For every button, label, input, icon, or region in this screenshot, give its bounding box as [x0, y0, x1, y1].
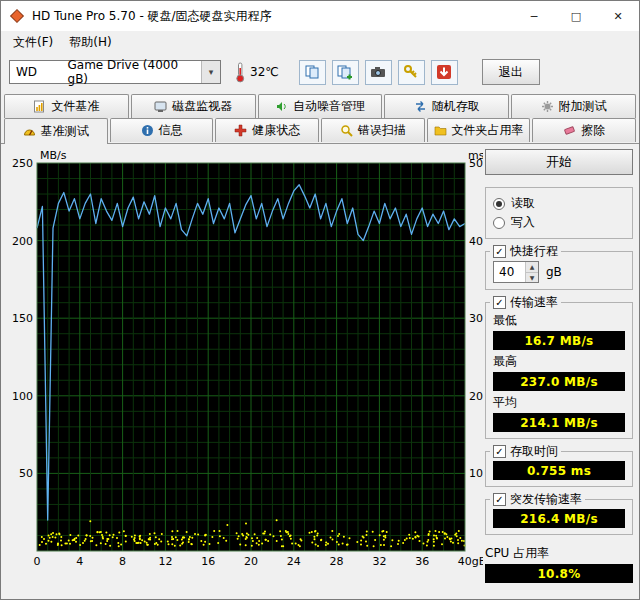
- access-time-dot: [317, 532, 319, 534]
- access-time-dot: [86, 534, 88, 536]
- tab-label: 磁盘监视器: [172, 98, 232, 115]
- access-time-dot: [435, 530, 437, 532]
- close-button[interactable]: ✕: [597, 1, 639, 31]
- cpu-usage-label: CPU 占用率: [485, 545, 633, 562]
- burst-rate-label: 突发传输速率: [510, 491, 582, 508]
- access-time-dot: [174, 545, 176, 547]
- folder-icon: [434, 124, 447, 137]
- tab-label: 文件基准: [51, 98, 99, 115]
- transfer-rate-checkbox[interactable]: ✓: [493, 296, 506, 309]
- menu-help[interactable]: 帮助(H): [61, 32, 119, 53]
- tab-auto-acoustic-management[interactable]: 自动噪音管理: [258, 94, 383, 118]
- tab-extra-tests[interactable]: 附加测试: [511, 94, 636, 118]
- copy-image-button[interactable]: [299, 60, 326, 85]
- access-time-dot: [125, 541, 127, 543]
- access-time-dot: [412, 538, 414, 540]
- access-time-dot: [160, 540, 162, 542]
- access-time-dot: [41, 536, 43, 538]
- access-time-dot: [161, 533, 163, 535]
- min-value: 16.7 MB/s: [493, 331, 625, 350]
- access-time-label: 存取时间: [510, 443, 558, 460]
- access-time-dot: [327, 543, 329, 545]
- tab-disk-monitor[interactable]: 磁盘监视器: [131, 94, 256, 118]
- access-time-dot: [134, 535, 136, 537]
- start-button[interactable]: 开始: [485, 149, 633, 175]
- access-time-dot: [97, 531, 99, 533]
- access-time-dot: [175, 536, 177, 538]
- access-time-dot: [325, 542, 327, 544]
- transfer-rate-header: ✓ 传输速率: [490, 295, 561, 310]
- eraser-icon: [563, 124, 576, 137]
- tab-erase[interactable]: 擦除: [532, 118, 636, 142]
- short-stroke-checkbox[interactable]: ✓: [493, 245, 506, 258]
- tab-random-access[interactable]: 随机存取: [384, 94, 509, 118]
- tab-benchmark[interactable]: 基准测试: [4, 118, 108, 144]
- copy-text-button[interactable]: [332, 60, 359, 85]
- access-time-dot: [316, 534, 318, 536]
- cpu-usage-value: 10.8%: [485, 564, 633, 583]
- maximize-button[interactable]: □: [555, 1, 597, 31]
- access-time-dot: [84, 540, 86, 542]
- spinner-up-button[interactable]: ▲: [526, 262, 538, 273]
- y-left-tick-label: 200: [12, 235, 33, 248]
- screenshot-button[interactable]: [365, 60, 392, 85]
- tab-label: 信息: [159, 122, 183, 139]
- update-button[interactable]: [431, 60, 458, 85]
- window-title: HD Tune Pro 5.70 - 硬盘/固态硬盘实用程序: [32, 8, 272, 25]
- access-time-checkbox[interactable]: ✓: [493, 445, 506, 458]
- drive-selector[interactable]: WD Game Drive (4000 gB) ▾: [9, 60, 221, 84]
- tab-file-benchmark[interactable]: 文件基准: [4, 94, 129, 118]
- access-time-dot: [219, 535, 221, 537]
- exit-button[interactable]: 退出: [482, 59, 540, 85]
- access-time-dot: [428, 533, 430, 535]
- tab-health[interactable]: 健康状态: [215, 118, 319, 142]
- access-time-dot: [134, 540, 136, 542]
- burst-rate-checkbox[interactable]: ✓: [493, 493, 506, 506]
- access-time-dot: [181, 538, 183, 540]
- access-time-dot: [438, 531, 440, 533]
- access-time-dot: [157, 544, 159, 546]
- access-time-dot: [226, 524, 228, 526]
- read-mode-radio[interactable]: 读取: [493, 194, 625, 213]
- tab-label: 健康状态: [252, 122, 300, 139]
- tab-folder-usage[interactable]: 文件夹占用率: [427, 118, 531, 142]
- access-time-dot: [211, 536, 213, 538]
- access-time-dot: [433, 545, 435, 547]
- access-time-dot: [332, 538, 334, 540]
- write-mode-radio[interactable]: 写入: [493, 213, 625, 232]
- tab-info[interactable]: 信息: [110, 118, 214, 142]
- access-time-dot: [238, 535, 240, 537]
- access-time-dot: [171, 536, 173, 538]
- tab-error-scan[interactable]: 错误扫描: [321, 118, 425, 142]
- avg-label: 平均: [493, 394, 625, 411]
- chevron-down-icon[interactable]: ▾: [201, 61, 220, 83]
- x-tick-label: 0: [34, 555, 41, 568]
- access-time-dot: [289, 535, 291, 537]
- access-time-dot: [251, 537, 253, 539]
- access-time-dot: [309, 532, 311, 534]
- access-time-dot: [435, 535, 437, 537]
- access-time-dot: [459, 537, 461, 539]
- short-stroke-input[interactable]: [494, 262, 525, 282]
- access-time-dot: [118, 531, 120, 533]
- transfer-rate-label: 传输速率: [510, 294, 558, 311]
- minimize-button[interactable]: ─: [513, 1, 555, 31]
- random-access-icon: [414, 100, 427, 113]
- access-time-dot: [39, 544, 41, 546]
- access-time-dot: [79, 544, 81, 546]
- access-time-dot: [146, 544, 148, 546]
- y-right-tick-label: 50: [469, 157, 483, 170]
- menu-file[interactable]: 文件(F): [5, 32, 61, 53]
- spinner-down-button[interactable]: ▼: [526, 273, 538, 283]
- access-time-dot: [204, 541, 206, 543]
- access-time-dot: [219, 530, 221, 532]
- access-time-dot: [48, 534, 50, 536]
- access-time-dot: [262, 533, 264, 535]
- y-right-tick-label: 10: [469, 467, 483, 480]
- access-time-dot: [188, 541, 190, 543]
- registration-button[interactable]: [398, 60, 425, 85]
- short-stroke-group: ✓ 快捷行程 ▲ ▼ gB: [485, 251, 633, 290]
- access-time-dot: [433, 541, 435, 543]
- short-stroke-header: ✓ 快捷行程: [490, 244, 561, 259]
- access-time-dot: [281, 539, 283, 541]
